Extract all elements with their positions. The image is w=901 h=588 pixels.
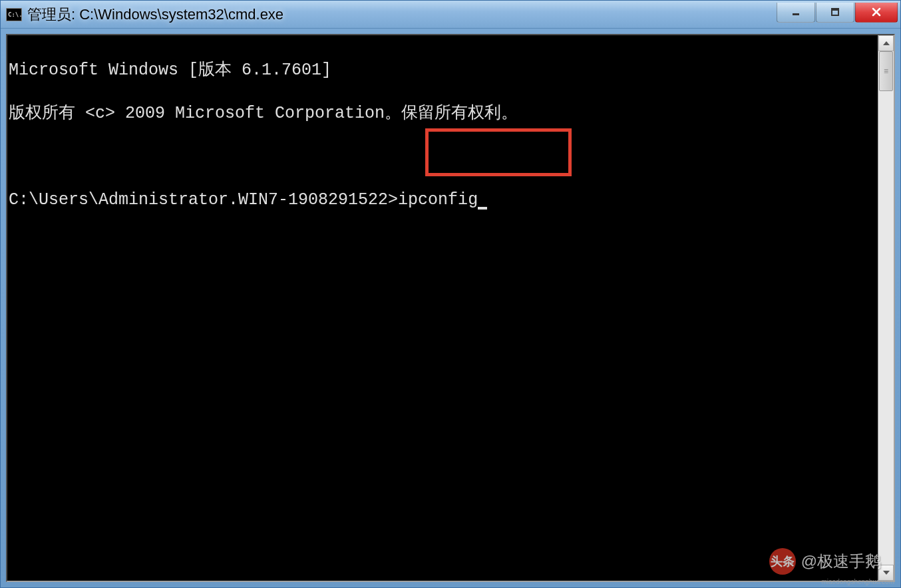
watermark: 头条 @极速手鹅	[769, 548, 881, 575]
prompt-text: C:\Users\Administrator.WIN7-1908291522>	[9, 190, 398, 210]
titlebar[interactable]: C:\. 管理员: C:\Windows\system32\cmd.exe	[1, 1, 900, 29]
command-text: ipconfig	[398, 190, 478, 210]
cmd-icon-text: C:\.	[8, 11, 23, 18]
terminal[interactable]: Microsoft Windows [版本 6.1.7601] 版权所有 <c>…	[7, 35, 878, 581]
maximize-icon	[830, 7, 840, 17]
cmd-icon: C:\.	[6, 8, 22, 21]
blank-line	[9, 146, 876, 168]
window-controls	[777, 3, 898, 23]
close-button[interactable]	[855, 3, 898, 23]
watermark-text: @极速手鹅	[801, 551, 881, 572]
window-body: Microsoft Windows [版本 6.1.7601] 版权所有 <c>…	[1, 29, 900, 587]
close-icon	[871, 7, 882, 17]
terminal-container: Microsoft Windows [版本 6.1.7601] 版权所有 <c>…	[6, 34, 895, 582]
maximize-button[interactable]	[816, 3, 854, 23]
terminal-copyright-line: 版权所有 <c> 2009 Microsoft Corporation。保留所有…	[9, 103, 876, 125]
cursor	[478, 207, 487, 210]
svg-rect-2	[832, 9, 838, 11]
window-title: 管理员: C:\Windows\system32\cmd.exe	[27, 5, 777, 25]
watermark-logo: 头条	[769, 548, 796, 575]
terminal-version-line: Microsoft Windows [版本 6.1.7601]	[9, 60, 876, 82]
scroll-up-button[interactable]	[878, 35, 894, 51]
cmd-window: C:\. 管理员: C:\Windows\system32\cmd.exe	[0, 0, 901, 588]
chevron-down-icon	[883, 571, 890, 575]
terminal-prompt-line: C:\Users\Administrator.WIN7-1908291522>i…	[9, 190, 876, 212]
scroll-thumb[interactable]	[879, 51, 893, 91]
scroll-track[interactable]	[878, 51, 894, 565]
minimize-icon	[791, 7, 801, 17]
chevron-up-icon	[883, 41, 890, 45]
minimize-button[interactable]	[777, 3, 815, 23]
svg-rect-0	[793, 13, 799, 15]
vertical-scrollbar[interactable]	[878, 35, 894, 581]
watermark-sub: miaodongshenghua.com	[821, 578, 894, 585]
